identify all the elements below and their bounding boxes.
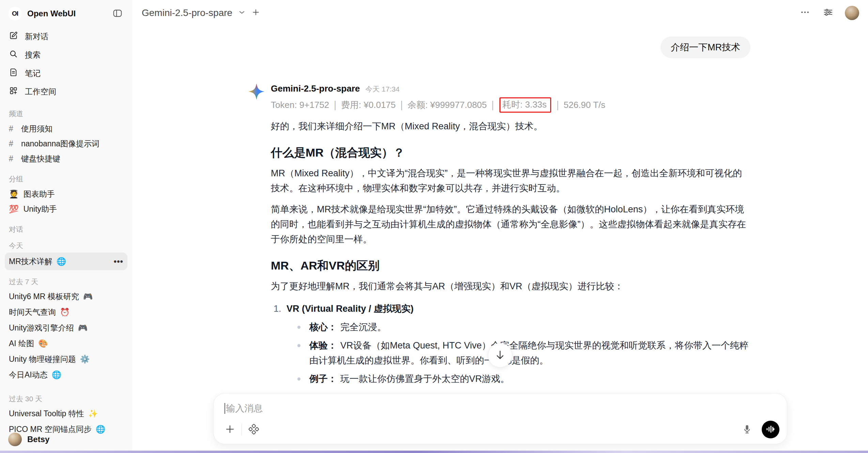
more-options-button[interactable] (799, 6, 811, 20)
tools-icon (248, 423, 260, 436)
gemini-star-icon (248, 83, 265, 100)
mic-icon (742, 424, 752, 435)
avatar[interactable] (845, 6, 859, 20)
channel-item[interactable]: # nanobanna图像提示词 (5, 136, 127, 151)
cost: 费用: ¥0.0175 (341, 99, 396, 111)
token-count: Token: 9+1752 (271, 100, 329, 110)
chat-item[interactable]: Unity6 MR 模板研究 🎮 (5, 289, 127, 304)
composer-actions (223, 421, 779, 438)
chat-item[interactable]: Unity 物理碰撞问题 ⚙️ (5, 351, 127, 367)
tools-button[interactable] (247, 422, 261, 437)
section-heading: 什么是MR（混合现实）？ (271, 145, 750, 160)
user-menu[interactable]: Betsy (5, 430, 127, 449)
group-label: 图表助手 (24, 189, 55, 199)
bullet-item: 例子：玩一款让你仿佛置身于外太空的VR游戏。 (271, 371, 750, 386)
group-label: Unity助手 (24, 204, 57, 214)
bullet-dot-icon (297, 344, 300, 347)
voice-call-button[interactable] (762, 421, 779, 438)
channels-section-title: 频道 (5, 109, 127, 118)
scroll-down-icon (494, 349, 506, 362)
chat-controls-button[interactable] (822, 6, 835, 20)
main-area: Gemini-2.5-pro-spare (132, 0, 868, 453)
model-name: Gemini-2.5-pro-spare (142, 7, 232, 18)
message-composer[interactable]: 输入消息 (213, 393, 787, 444)
new-chat-plus-icon[interactable] (251, 8, 260, 18)
chat-title: Unity6 MR 模板研究 (9, 291, 79, 302)
open-webui-app: OI Open WebUI 新对话 (0, 0, 868, 453)
globe-emoji-icon: 🌐 (57, 257, 66, 266)
assistant-header: Gemini-2.5-pro-spare 今天 17:34 (271, 83, 750, 94)
avatar (8, 433, 22, 446)
model-selector[interactable]: Gemini-2.5-pro-spare (142, 7, 260, 18)
sidebar-item-workspace[interactable]: 工作空间 (5, 82, 127, 101)
chevron-down-icon (238, 8, 246, 18)
chats-section-title: 对话 (5, 225, 127, 234)
sidebar-nav: 新对话 搜索 笔记 (5, 27, 127, 101)
gamepad-emoji-icon: 🎮 (83, 292, 93, 301)
bullet-item: 核心：完全沉浸。 (271, 320, 750, 335)
chat-title: AI 绘图 (9, 338, 34, 349)
sidebar-item-label: 搜索 (25, 50, 41, 60)
chat-item[interactable]: 今日AI动态 🌐 (5, 367, 127, 383)
token-speed: 526.90 T/s (564, 100, 605, 110)
text-caret (224, 403, 225, 414)
waveform-icon (765, 424, 776, 435)
chat-item[interactable]: Universal Tooltip 特性 ✨ (5, 406, 127, 421)
chat-item-selected[interactable]: MR技术详解 🌐 ••• (5, 253, 127, 270)
attach-button[interactable] (223, 422, 237, 437)
channel-label: 使用须知 (21, 124, 52, 134)
sidebar-item-search[interactable]: 搜索 (5, 46, 127, 64)
alarm-clock-emoji-icon: ⏰ (60, 308, 70, 317)
gear-emoji-icon: ⚙️ (80, 355, 90, 364)
message-input[interactable]: 输入消息 (214, 393, 787, 415)
sidebar-item-notes[interactable]: 笔记 (5, 64, 127, 82)
chat-item[interactable]: Unity游戏引擎介绍 🎮 (5, 320, 127, 336)
list-item: 1. VR (Virtual Reality / 虚拟现实) 核心：完全沉浸。 (271, 301, 750, 386)
balance: 余额: ¥999977.0805 (407, 99, 487, 111)
group-item[interactable]: 💯 Unity助手 (5, 201, 127, 216)
scroll-to-bottom-button[interactable] (488, 343, 512, 368)
sidebar-item-label: 笔记 (25, 68, 41, 79)
app-logo: OI (8, 7, 22, 20)
hash-icon: # (9, 139, 16, 148)
message-timestamp: 今天 17:34 (366, 84, 400, 94)
chat-group-label-past30: 过去 30 天 (5, 394, 127, 404)
composer-area: 输入消息 (132, 385, 868, 453)
header-actions (799, 6, 859, 20)
hundred-emoji-icon: 💯 (9, 205, 19, 214)
dictate-button[interactable] (741, 423, 754, 437)
app-title: Open WebUI (27, 9, 111, 18)
plus-icon (224, 424, 235, 436)
bullet-dot-icon (297, 377, 300, 381)
hash-icon: # (9, 124, 16, 133)
workspace-icon (9, 86, 18, 97)
search-icon (9, 49, 18, 61)
main-header: Gemini-2.5-pro-spare (132, 0, 868, 26)
bullet-dot-icon (297, 326, 300, 329)
chat-title: 时间天气查询 (9, 307, 56, 318)
chat-title: MR技术详解 (9, 256, 52, 267)
paragraph: 好的，我们来详细介绍一下MR（Mixed Reality，混合现实）技术。 (271, 119, 750, 134)
channel-item[interactable]: # 键盘快捷键 (5, 151, 127, 166)
user-name: Betsy (27, 435, 49, 444)
usage-stats: Token: 9+1752 | 费用: ¥0.0175 | 余额: ¥99997… (271, 97, 750, 113)
divider (242, 424, 242, 435)
chat-group-label-past7: 过去 7 天 (5, 277, 127, 287)
chat-item[interactable]: AI 绘图 🎨 (5, 336, 127, 351)
sidebar-item-label: 新对话 (25, 31, 48, 42)
chat-item[interactable]: 时间天气查询 ⏰ (5, 304, 127, 320)
paragraph: 简单来说，MR技术就像是给现实世界“加特效”。它通过特殊的头戴设备（如微软的Ho… (271, 202, 750, 247)
edit-icon (9, 31, 18, 42)
sidebar-toggle-icon (112, 8, 123, 19)
group-item[interactable]: 🧑‍🎓 图表助手 (5, 187, 127, 201)
input-placeholder: 输入消息 (226, 402, 263, 415)
chat-item-menu-icon[interactable]: ••• (114, 257, 123, 266)
assistant-model-name: Gemini-2.5-pro-spare (271, 83, 360, 94)
chat-title: Universal Tooltip 特性 (9, 408, 84, 419)
list-number: 1. (274, 301, 286, 316)
channel-item[interactable]: # 使用须知 (5, 121, 127, 136)
chat-group-label-today: 今天 (5, 241, 127, 250)
elapsed-time: 耗时: 3.33s (502, 99, 547, 110)
sidebar-item-new-chat[interactable]: 新对话 (5, 27, 127, 46)
sidebar-toggle-button[interactable] (111, 7, 124, 21)
